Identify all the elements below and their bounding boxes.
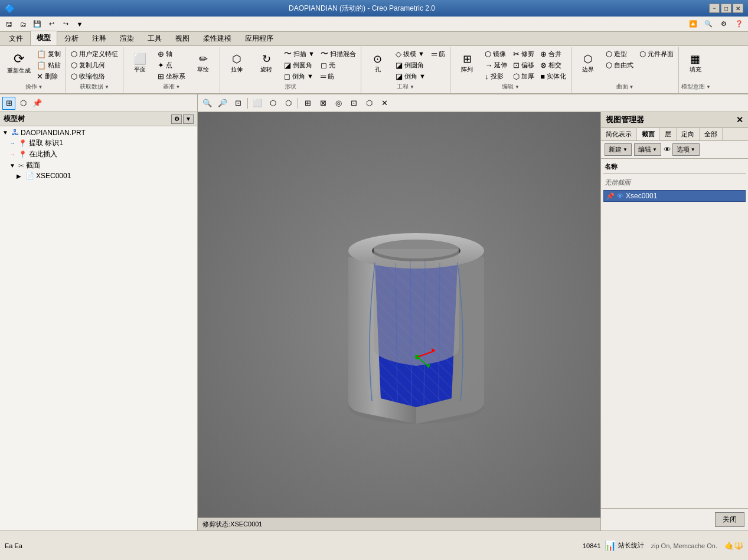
coord-button[interactable]: ⊞坐标系 (155, 71, 188, 81)
tree-item-insert[interactable]: → 📍 在此插入 (0, 149, 197, 160)
draft-button[interactable]: ◇拔模 ▼ (393, 48, 428, 59)
regenerate-button[interactable]: ⟳ 重新生成 (5, 48, 33, 79)
solidify-button[interactable]: ■实体化 (538, 71, 569, 81)
tree-item-root[interactable]: ▼ 🖧 DAOPIANDIAN.PRT (0, 127, 197, 137)
paste-button[interactable]: 📋粘贴 (34, 60, 63, 70)
revolve-button[interactable]: ↻ 旋转 (252, 48, 280, 79)
panel-tab-all[interactable]: 全部 (700, 128, 723, 140)
qa-undo-btn[interactable]: ↩ (45, 18, 58, 30)
search-btn[interactable]: 🔍 (702, 18, 715, 30)
view-btn-6[interactable]: ◎ (331, 97, 345, 110)
extrude-button[interactable]: ⬡ 拉伸 (223, 48, 251, 79)
copy-geometry-button[interactable]: ⬡复制几何 (68, 60, 120, 70)
settings-btn[interactable]: ⚙ (717, 18, 730, 30)
tab-analysis[interactable]: 分析 (58, 31, 85, 45)
shell-button[interactable]: ◻壳 (318, 60, 358, 70)
shrink-wrap-button[interactable]: ⬡收缩包络 (68, 71, 120, 81)
panel-tab-section[interactable]: 截面 (637, 128, 660, 140)
merge-button[interactable]: ⊕合并 (538, 48, 569, 59)
delete-button[interactable]: ✕删除 (34, 71, 63, 81)
tab-render[interactable]: 渲染 (113, 31, 141, 45)
maximize-button[interactable]: □ (721, 4, 731, 13)
qa-dropdown-btn[interactable]: ▼ (73, 18, 86, 30)
search-expand-btn[interactable]: 🔼 (687, 18, 700, 30)
view-btn-1[interactable]: ⬜ (250, 97, 264, 110)
thicken-button[interactable]: ⬡加厚 (511, 71, 537, 81)
intersect-button[interactable]: ⊗相交 (538, 60, 569, 70)
qa-redo-btn[interactable]: ↪ (59, 18, 72, 30)
boundary-blend-button[interactable]: ⬡ 边界 (574, 48, 602, 79)
point-button[interactable]: ✦点 (155, 60, 188, 70)
view-btn-2[interactable]: ⬡ (266, 97, 280, 110)
zoom-fit-btn[interactable]: ⊡ (231, 97, 245, 110)
sketch-button[interactable]: ✏ 草绘 (189, 48, 217, 79)
copy-button[interactable]: 📋复制 (34, 48, 63, 59)
panel-tab-simplified[interactable]: 简化表示 (601, 128, 637, 140)
rib-button[interactable]: ═筋 (318, 71, 358, 81)
style-button[interactable]: ⬡造型 (603, 48, 636, 59)
extend-button[interactable]: →延伸 (482, 60, 509, 70)
tab-flexible[interactable]: 柔性建模 (197, 31, 238, 45)
view-btn-4[interactable]: ⊞ (300, 97, 315, 110)
plane-button[interactable]: ⬜ 平面 (126, 48, 154, 79)
scan-mix-button[interactable]: 〜扫描混合 (318, 48, 358, 59)
3d-canvas[interactable] (198, 112, 600, 530)
fill-button[interactable]: ▦ 填充 (681, 48, 710, 79)
panel-tab-layer[interactable]: 层 (660, 128, 677, 140)
view-btn-5[interactable]: ⊠ (316, 97, 330, 110)
status-bar: 修剪状态:XSEC0001 (198, 518, 600, 530)
view-btn-9[interactable]: ✕ (377, 97, 391, 110)
edit-btn-label: 编辑 (638, 145, 651, 154)
view-btn-8[interactable]: ⬡ (362, 97, 376, 110)
tab-file[interactable]: 文件 (2, 31, 30, 45)
tab-model[interactable]: 模型 (30, 31, 57, 45)
rib2-button[interactable]: ═筋 (429, 48, 448, 59)
tree-item-section[interactable]: ▼ ✂ 截面 (0, 160, 197, 171)
chamfer-button[interactable]: ◪倒圆角 (282, 60, 317, 70)
zoom-in-btn[interactable]: 🔍 (200, 97, 214, 110)
project-button[interactable]: ↓投影 (482, 71, 509, 81)
offset-button[interactable]: ⊡偏移 (511, 60, 537, 70)
freestyle-button[interactable]: ⬡自由式 (603, 60, 636, 70)
close-panel-button[interactable]: 关闭 (715, 512, 744, 527)
axis-button[interactable]: ⊕轴 (155, 48, 188, 59)
qa-save-btn[interactable]: 💾 (31, 18, 44, 30)
viewport[interactable]: 修剪状态:XSEC0001 (198, 112, 600, 530)
sidebar-settings-btn[interactable]: ⚙ (171, 114, 182, 124)
shell-btn[interactable]: ◻倒角 ▼ (282, 71, 317, 81)
hole-button[interactable]: ⊙ 孔 (364, 48, 392, 79)
sweep-button[interactable]: 〜扫描 ▼ (282, 48, 317, 59)
bottom-emoji-1: 🤙 (724, 541, 734, 550)
help-btn[interactable]: ❓ (733, 18, 746, 30)
tab-apps[interactable]: 应用程序 (239, 31, 280, 45)
edit-button[interactable]: 编辑 ▼ (634, 143, 661, 156)
zoom-out-btn[interactable]: 🔎 (215, 97, 230, 110)
options-button[interactable]: 选项 ▼ (672, 143, 700, 156)
sidebar-dropdown-btn[interactable]: ▼ (183, 114, 194, 124)
tab-annotation[interactable]: 注释 (86, 31, 113, 45)
qa-open-btn[interactable]: 🗂 (17, 18, 30, 30)
mirror-button[interactable]: ⬡镜像 (482, 48, 509, 59)
tab-view[interactable]: 视图 (169, 31, 196, 45)
round-button[interactable]: ◪倒圆角 (393, 60, 428, 70)
panel-close-icon[interactable]: ✕ (736, 115, 743, 125)
tree-tab-btn[interactable]: ⊞ (2, 97, 15, 110)
component-btn[interactable]: ⬡元件界面 (637, 48, 676, 59)
close-button[interactable]: ✕ (733, 4, 743, 13)
array-button[interactable]: ⊞ 阵列 (453, 48, 481, 79)
tab-tools[interactable]: 工具 (141, 31, 168, 45)
panel-tab-orient[interactable]: 定向 (677, 128, 700, 140)
chamfer2-button[interactable]: ◪倒角 ▼ (393, 71, 428, 81)
minimize-button[interactable]: － (709, 4, 720, 13)
tree-item-extract[interactable]: → 📍 提取 标识1 (0, 137, 197, 149)
tree-view-btn[interactable]: ⬡ (17, 97, 30, 110)
qa-new-btn[interactable]: 🖫 (2, 18, 15, 30)
tree-item-xsec[interactable]: ▶ 📄 XSEC0001 (0, 171, 197, 181)
new-button[interactable]: 新建 ▼ (605, 143, 632, 156)
view-btn-3[interactable]: ⬡ (281, 97, 295, 110)
view-btn-7[interactable]: ⊡ (347, 97, 361, 110)
user-define-feature-button[interactable]: ⬡用户定义特征 (68, 48, 120, 59)
tree-pin-btn[interactable]: 📌 (31, 97, 44, 110)
trim-button[interactable]: ✂修剪 (511, 48, 537, 59)
panel-list-item-xsec[interactable]: 📌 👁 Xsec0001 (603, 190, 746, 202)
